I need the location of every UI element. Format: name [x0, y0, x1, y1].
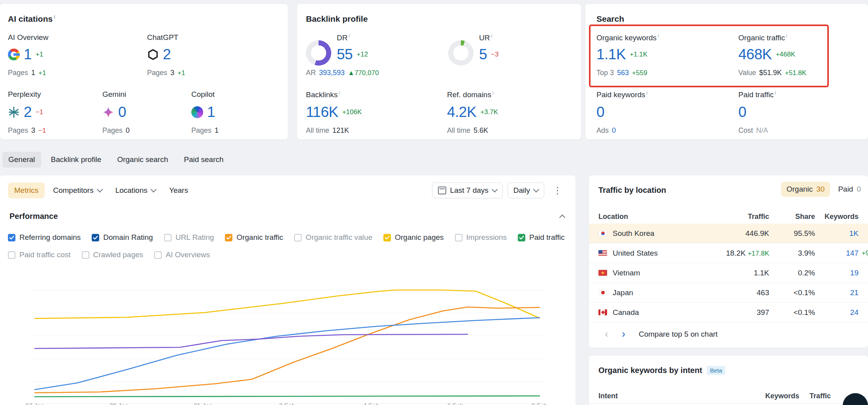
date-range-button[interactable]: Last 7 days	[432, 183, 503, 198]
keywords-link[interactable]: 147	[846, 249, 859, 257]
perplexity-value-row: 2 −1	[8, 102, 43, 122]
info-icon[interactable]: i	[647, 90, 648, 96]
pager-next-icon[interactable]: ›	[622, 329, 625, 339]
performance-header: Performance	[9, 212, 564, 221]
info-icon[interactable]: i	[349, 33, 350, 39]
organic-keywords-value[interactable]: 1.1K	[596, 46, 626, 63]
checkbox-checked-icon	[92, 234, 99, 241]
perplexity-value[interactable]: 2	[24, 104, 32, 121]
metric-checkbox-ai-overviews[interactable]: AI Overviews	[154, 251, 210, 259]
chatgpt-value-row: 2	[147, 44, 171, 65]
gemini-value[interactable]: 0	[118, 104, 126, 121]
checkbox-checked-icon	[518, 234, 525, 241]
organic-traffic-value[interactable]: 468K	[738, 46, 772, 63]
keywords-link[interactable]: 19	[850, 269, 859, 277]
table-row-japan: Japan 463 <0.1% 21	[589, 283, 868, 303]
traffic-delta: +17.8K	[748, 250, 769, 257]
ref-domains-alltime: All time 5.6K	[447, 126, 488, 135]
ref-domains-value-row: 4.2K +3.7K	[447, 102, 498, 122]
organic-keywords-delta: +1.1K	[630, 51, 647, 58]
traffic-value: 397	[692, 308, 769, 317]
metric-checkbox-paid-traffic[interactable]: Paid traffic	[518, 233, 564, 242]
info-icon[interactable]: i	[492, 90, 494, 96]
info-icon[interactable]: i	[786, 33, 787, 39]
column-location: Location	[598, 213, 692, 221]
pager-prev-icon[interactable]: ‹	[605, 329, 608, 339]
paid-keywords-value[interactable]: 0	[596, 104, 604, 121]
united-states-flag-icon	[598, 250, 607, 256]
organic-toggle-button[interactable]: Organic30	[781, 182, 830, 197]
backlinks-alltime: All time 121K	[306, 126, 349, 135]
location-name: Canada	[613, 308, 692, 317]
vietnam-flag-icon	[598, 270, 607, 276]
table-row-canada: Canada 397 <0.1% 24	[589, 303, 868, 322]
info-icon[interactable]: i	[54, 14, 55, 20]
metric-toggles-row-2: Paid traffic cost Crawled pages AI Overv…	[8, 251, 210, 259]
metric-checkbox-organic-traffic-value[interactable]: Organic traffic value	[294, 233, 372, 242]
table-row-united-states: United States 18.2K +17.8K 3.9% 147+92	[589, 243, 868, 263]
checkbox-unchecked-icon	[294, 234, 302, 241]
chart-line-organic-traffic	[35, 307, 540, 393]
top3-link[interactable]: 563	[617, 69, 629, 77]
competitors-button[interactable]: Competitors	[48, 183, 107, 198]
tab-general[interactable]: General	[2, 152, 41, 168]
info-icon[interactable]: i	[491, 33, 492, 39]
ar-value-link[interactable]: 393,593	[319, 69, 345, 77]
ads-link[interactable]: 0	[612, 126, 616, 135]
years-button[interactable]: Years	[164, 183, 193, 198]
chatgpt-value[interactable]: 2	[163, 46, 171, 63]
column-traffic: Traffic	[692, 213, 769, 221]
gemini-pages: Pages 0	[102, 126, 130, 135]
chart-x-label: 2 Feb	[279, 403, 295, 405]
dr-value[interactable]: 55	[337, 46, 353, 63]
paid-traffic-value[interactable]: 0	[738, 104, 746, 121]
keywords-link[interactable]: 1K	[849, 229, 859, 237]
chart-x-label: 8 Feb	[532, 403, 548, 405]
compare-top5-label[interactable]: Compare top 5 on chart	[639, 330, 718, 339]
metric-checkbox-impressions[interactable]: Impressions	[455, 233, 507, 242]
chart-line-paid-traffic	[35, 396, 540, 397]
more-options-button[interactable]: ⋮	[549, 184, 566, 198]
chatgpt-label: ChatGPT	[147, 33, 178, 42]
info-icon[interactable]: i	[339, 90, 340, 96]
traffic-by-location-title: Traffic by location	[598, 186, 666, 195]
tab-backlink-profile[interactable]: Backlink profile	[45, 152, 108, 168]
gemini-label: Gemini	[102, 90, 126, 99]
intent-panel-header: Organic keywords by intent Beta	[598, 366, 725, 375]
metric-checkbox-referring-domains[interactable]: Referring domains	[8, 233, 81, 242]
metric-checkbox-url-rating[interactable]: URL Rating	[164, 233, 214, 242]
metric-checkbox-organic-traffic[interactable]: Organic traffic	[225, 233, 283, 242]
checkbox-unchecked-icon	[8, 251, 15, 259]
tab-organic-search[interactable]: Organic search	[111, 152, 174, 168]
ur-value-row: 5 −3	[479, 44, 498, 65]
dr-label: DRi	[337, 33, 350, 42]
metric-checkbox-paid-traffic-cost[interactable]: Paid traffic cost	[8, 251, 71, 259]
ai-overview-pages: Pages 1 +1	[8, 69, 46, 77]
checkbox-unchecked-icon	[164, 234, 172, 241]
chart-x-axis-labels: 27 Jan29 Jan31 Jan2 Feb4 Feb6 Feb8 Feb	[32, 403, 545, 405]
ur-value[interactable]: 5	[479, 46, 487, 63]
metrics-button[interactable]: Metrics	[8, 183, 45, 198]
chart-x-label: 27 Jan	[25, 403, 44, 405]
keywords-link[interactable]: 24	[850, 308, 859, 316]
paid-keywords-value-row: 0	[596, 102, 604, 122]
ur-donut-chart	[448, 40, 474, 66]
info-icon[interactable]: i	[775, 90, 776, 96]
paid-toggle-button[interactable]: Paid0	[832, 182, 866, 197]
tab-paid-search[interactable]: Paid search	[178, 152, 229, 168]
backlinks-value[interactable]: 116K	[306, 104, 338, 121]
granularity-button[interactable]: Daily	[508, 183, 544, 198]
copilot-value[interactable]: 1	[207, 104, 215, 121]
checkbox-unchecked-icon	[154, 251, 162, 259]
metric-checkbox-domain-rating[interactable]: Domain Rating	[92, 233, 153, 242]
collapse-chevron-icon[interactable]	[559, 214, 566, 220]
metric-checkbox-crawled-pages[interactable]: Crawled pages	[82, 251, 143, 259]
locations-button[interactable]: Locations	[110, 183, 161, 198]
ai-overview-value[interactable]: 1	[24, 46, 32, 63]
keywords-link[interactable]: 21	[850, 288, 859, 297]
metric-checkbox-organic-pages[interactable]: Organic pages	[383, 233, 444, 242]
info-icon[interactable]: i	[658, 33, 659, 39]
ref-domains-value[interactable]: 4.2K	[447, 104, 476, 121]
chevron-down-icon	[96, 186, 103, 193]
organic-traffic-delta: +468K	[776, 51, 795, 58]
